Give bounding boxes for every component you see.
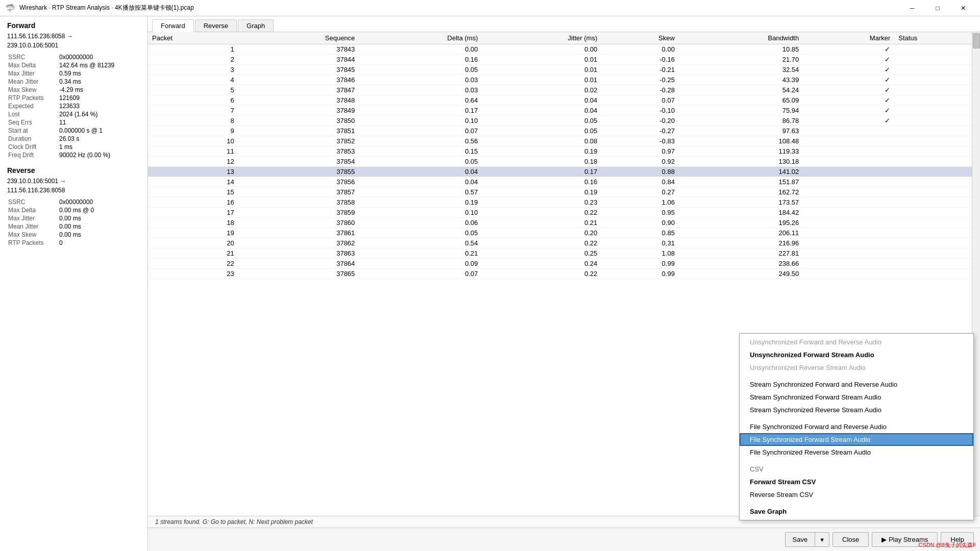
cell-bandwidth: 206.11 (679, 228, 803, 238)
stat-value: 2024 (1.64 %) (58, 110, 140, 118)
cell-marker: ✓ (803, 85, 894, 95)
table-row[interactable]: 7378490.170.04-0.1075.94✓ (148, 106, 980, 116)
save-button[interactable]: Save (786, 533, 816, 546)
reverse-stats-table: SSRC0x00000000Max Delta0.00 ms @ 0Max Ji… (7, 198, 140, 247)
table-row[interactable]: 6378480.640.040.0765.09✓ (148, 95, 980, 106)
table-row[interactable]: 17378590.100.220.95184.42 (148, 208, 980, 218)
table-row[interactable]: 1378430.000.000.0010.85✓ (148, 44, 980, 55)
cell-marker (803, 238, 894, 248)
cell-bandwidth: 151.87 (679, 177, 803, 187)
save-dropdown-arrow[interactable]: ▼ (815, 533, 829, 546)
close-window-button[interactable]: Close (832, 532, 869, 547)
table-row[interactable]: 16378580.190.231.06173.57 (148, 197, 980, 208)
menu-item-file-rev[interactable]: File Synchronized Reverse Stream Audio (740, 446, 973, 459)
cell-skew: 0.99 (601, 259, 679, 269)
cell-status (894, 167, 980, 177)
menu-item-sync-fwd[interactable]: Stream Synchronized Forward Stream Audio (740, 391, 973, 404)
cell-bandwidth: 216.96 (679, 238, 803, 248)
minimize-button[interactable]: ─ (900, 0, 924, 16)
cell-delta--ms-: 0.09 (359, 259, 482, 269)
reverse-stat-row: Max Delta0.00 ms @ 0 (7, 206, 140, 214)
table-row[interactable]: 21378630.210.251.08227.81 (148, 248, 980, 259)
table-row[interactable]: 11378530.150.190.97119.33 (148, 146, 980, 157)
cell-status (894, 65, 980, 75)
col-header-jitter--ms-[interactable]: Jitter (ms) (482, 32, 601, 44)
table-row[interactable]: 5378470.030.02-0.2854.24✓ (148, 85, 980, 95)
cell-sequence: 37852 (238, 136, 359, 146)
col-header-marker[interactable]: Marker (803, 32, 894, 44)
cell-status (894, 116, 980, 126)
stat-label: Freq Drift (7, 151, 58, 159)
table-row[interactable]: 13378550.040.170.88141.02 (148, 167, 980, 177)
cell-jitter--ms-: 0.25 (482, 248, 601, 259)
cell-packet: 16 (148, 197, 238, 208)
menu-item-rev-csv[interactable]: Reverse Stream CSV (740, 488, 973, 501)
maximize-button[interactable]: □ (926, 0, 949, 16)
right-area: ForwardReverseGraph PacketSequenceDelta … (148, 16, 980, 551)
col-header-status[interactable]: Status (894, 32, 980, 44)
stat-value: 0.00 ms (58, 222, 140, 231)
tab-graph[interactable]: Graph (238, 19, 274, 32)
cell-sequence: 37855 (238, 167, 359, 177)
cell-status (894, 269, 980, 279)
table-row[interactable]: 12378540.050.180.92130.18 (148, 157, 980, 167)
cell-jitter--ms-: 0.04 (482, 95, 601, 106)
table-row[interactable]: 23378650.070.220.99249.50 (148, 269, 980, 279)
table-row[interactable]: 18378600.060.210.90195.26 (148, 218, 980, 228)
col-header-delta--ms-[interactable]: Delta (ms) (359, 32, 482, 44)
cell-marker (803, 187, 894, 197)
table-row[interactable]: 8378500.100.05-0.2086.78✓ (148, 116, 980, 126)
cell-bandwidth: 184.42 (679, 208, 803, 218)
stat-label: Mean Jitter (7, 222, 58, 231)
stat-label: Mean Jitter (7, 78, 58, 86)
menu-item-save-graph[interactable]: Save Graph (740, 505, 973, 518)
tab-forward[interactable]: Forward (152, 19, 194, 32)
table-row[interactable]: 19378610.050.200.85206.11 (148, 228, 980, 238)
col-header-sequence[interactable]: Sequence (238, 32, 359, 44)
table-row[interactable]: 4378460.030.01-0.2543.39✓ (148, 75, 980, 85)
table-row[interactable]: 3378450.050.01-0.2132.54✓ (148, 65, 980, 75)
forward-stat-row: SSRC0x00000000 (7, 53, 140, 61)
cell-packet: 17 (148, 208, 238, 218)
cell-skew: -0.10 (601, 106, 679, 116)
table-row[interactable]: 15378570.570.190.27162.72 (148, 187, 980, 197)
menu-item-fwd-csv[interactable]: Forward Stream CSV (740, 475, 973, 488)
menu-item-unsync-fwd[interactable]: Unsynchronized Forward Stream Audio (740, 348, 973, 361)
forward-stat-row: Mean Jitter0.34 ms (7, 78, 140, 86)
table-row[interactable]: 2378440.160.01-0.1621.70✓ (148, 55, 980, 65)
cell-status (894, 146, 980, 157)
cell-skew: -0.83 (601, 136, 679, 146)
menu-item-file-fwd[interactable]: File Synchronized Forward Stream Audio (740, 433, 973, 446)
menu-item-sync-fwd-rev[interactable]: Stream Synchronized Forward and Reverse … (740, 378, 973, 391)
col-header-skew[interactable]: Skew (601, 32, 679, 44)
cell-bandwidth: 238.66 (679, 259, 803, 269)
table-row[interactable]: 10378520.560.08-0.83108.48 (148, 136, 980, 146)
forward-stat-row: Max Delta142.64 ms @ 81239 (7, 61, 140, 69)
cell-bandwidth: 141.02 (679, 167, 803, 177)
menu-item-sync-rev[interactable]: Stream Synchronized Reverse Stream Audio (740, 404, 973, 416)
dropdown-menu: Unsynchronized Forward and Reverse Audio… (739, 333, 974, 520)
cell-skew: 0.88 (601, 167, 679, 177)
table-row[interactable]: 22378640.090.240.99238.66 (148, 259, 980, 269)
col-header-bandwidth[interactable]: Bandwidth (679, 32, 803, 44)
cell-delta--ms-: 0.10 (359, 208, 482, 218)
cell-packet: 14 (148, 177, 238, 187)
menu-item-file-fwd-rev[interactable]: File Synchronized Forward and Reverse Au… (740, 420, 973, 433)
cell-marker: ✓ (803, 106, 894, 116)
stat-value: 0.34 ms (58, 78, 140, 86)
table-row[interactable]: 14378560.040.160.84151.87 (148, 177, 980, 187)
cell-marker: ✓ (803, 65, 894, 75)
cell-marker: ✓ (803, 44, 894, 55)
scrollbar-thumb[interactable] (973, 33, 980, 48)
close-button[interactable]: ✕ (951, 0, 975, 16)
table-row[interactable]: 20378620.540.220.31216.96 (148, 238, 980, 248)
tab-reverse[interactable]: Reverse (195, 19, 237, 32)
col-header-packet[interactable]: Packet (148, 32, 238, 44)
cell-jitter--ms-: 0.02 (482, 85, 601, 95)
cell-jitter--ms-: 0.17 (482, 167, 601, 177)
cell-marker: ✓ (803, 95, 894, 106)
table-row[interactable]: 9378510.070.05-0.2797.63 (148, 126, 980, 136)
cell-packet: 20 (148, 238, 238, 248)
cell-marker (803, 248, 894, 259)
save-button-group[interactable]: Save ▼ (785, 532, 830, 547)
